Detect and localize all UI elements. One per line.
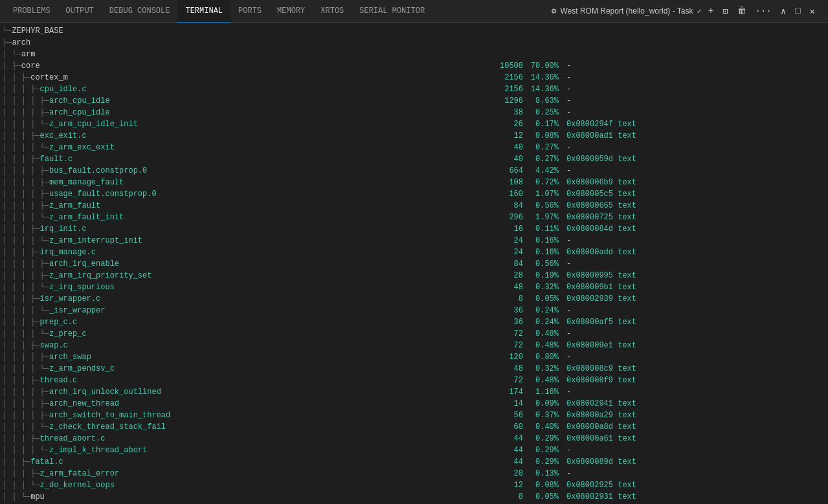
- tab-debug-console[interactable]: DEBUG CONSOLE: [102, 0, 178, 23]
- addr-value: 0x080008c9 text: [563, 363, 640, 375]
- tree-indent: │ │ │ │ ├─: [3, 95, 49, 107]
- dash-value: -: [563, 328, 571, 340]
- tab-memory[interactable]: MEMORY: [269, 0, 313, 23]
- tree-node-label: │ ├─core: [3, 60, 495, 72]
- node-name: z_arm_exc_exit: [49, 143, 115, 152]
- size-value: 10508: [495, 60, 527, 72]
- list-item: │ │ │ │ ├─mem_manage_fault 108 0.72% 0x0…: [0, 177, 828, 188]
- maximize-panel-button[interactable]: □: [792, 5, 803, 17]
- size-value: 40: [495, 142, 527, 153]
- node-name: usage_fault.constprop.0: [49, 190, 157, 199]
- pct-value: 0.13%: [527, 468, 563, 479]
- tree-node-label: │ │ │ ├─z_arm_fatal_error: [3, 468, 495, 479]
- size-value: 44: [495, 456, 527, 468]
- tab-serial-monitor[interactable]: SERIAL MONITOR: [352, 0, 432, 23]
- tree-indent: │ │ │ ├─: [3, 153, 40, 165]
- addr-value: 0x080006b9 text: [563, 177, 640, 188]
- tree-node-label: │ │ │ ├─isr_wrapper.c: [3, 293, 495, 305]
- pct-value: 0.05%: [527, 293, 563, 305]
- node-name: arch_cpu_idle: [49, 108, 110, 117]
- close-panel-button[interactable]: ✕: [807, 5, 818, 18]
- dash-value: -: [563, 165, 571, 177]
- check-icon: ✓: [697, 6, 701, 16]
- list-item: │ │ │ ├─irq_init.c 16 0.11% 0x0800084d t…: [0, 223, 828, 235]
- node-name: arch_cpu_idle: [49, 96, 110, 105]
- tree-indent: │ │ │ │ └─: [3, 328, 49, 340]
- size-value: 2156: [495, 72, 527, 83]
- tree-indent: └─: [3, 25, 12, 37]
- tab-terminal[interactable]: TERMINAL: [177, 0, 230, 23]
- node-name: thread_abort.c: [40, 434, 106, 443]
- tree-indent: │ │ └─: [3, 491, 30, 503]
- tree-node-label: │ │ ├─cortex_m: [3, 72, 495, 83]
- node-name: arch_switch_to_main_thread: [49, 411, 170, 420]
- pct-value: 0.48%: [527, 340, 563, 351]
- node-name: fault.c: [40, 155, 73, 164]
- delete-terminal-button[interactable]: 🗑: [735, 5, 749, 17]
- tree-node-label: │ │ │ │ ├─arch_irq_unlock_outlined: [3, 386, 495, 398]
- node-name: isr_wrapper.c: [40, 294, 101, 303]
- tree-node-label: │ │ │ │ ├─bus_fault.constprop.0: [3, 165, 495, 177]
- tree-node-label: │ │ │ │ └─z_prep_c: [3, 328, 495, 340]
- tree-node-label: │ │ ├─fatal.c: [3, 456, 495, 468]
- list-item: │ │ │ │ └─z_irq_spurious 48 0.32% 0x0800…: [0, 281, 828, 293]
- tree-indent: ├─: [3, 37, 12, 49]
- tree-indent: │ │ │ │ └─: [3, 305, 49, 316]
- addr-value: 0x080009e1 text: [563, 340, 640, 351]
- node-name: z_do_kernel_oops: [40, 481, 115, 490]
- tree-node-label: └─ZEPHYR_BASE: [3, 25, 495, 37]
- tree-indent: │ │ │ ├─: [3, 247, 40, 258]
- pct-value: 14.36%: [527, 72, 563, 83]
- node-name: z_arm_interrupt_init: [49, 236, 142, 245]
- dash-value: -: [563, 258, 571, 270]
- tree-indent: │ │ │ │ └─: [3, 444, 49, 456]
- size-value: 24: [495, 235, 527, 247]
- tree-indent: │ │ │ │ └─: [3, 212, 49, 223]
- tree-indent: │ │ │ │ └─: [3, 142, 49, 153]
- minimize-panel-button[interactable]: ∧: [778, 5, 789, 18]
- size-value: 8: [495, 293, 527, 305]
- tree-indent: │ │ │ ├─: [3, 316, 40, 328]
- tab-ports[interactable]: PORTS: [230, 0, 269, 23]
- size-value: 36: [495, 316, 527, 328]
- addr-value: 0x08000a8d text: [563, 421, 640, 433]
- size-value: 44: [495, 444, 527, 456]
- node-name: irq_manage.c: [40, 248, 96, 257]
- tree-indent: │ │ │ │ ├─: [3, 351, 49, 363]
- pct-value: 0.32%: [527, 363, 563, 375]
- node-name: arch_irq_enable: [49, 259, 119, 268]
- tree-node-label: │ │ │ │ └─z_arm_fault_init: [3, 212, 495, 223]
- more-actions-button[interactable]: ···: [753, 5, 774, 17]
- tree-indent: │ │ │ ├─: [3, 340, 40, 351]
- list-item: │ │ │ │ └─z_arm_fault_init 296 1.97% 0x0…: [0, 212, 828, 223]
- list-item: │ │ │ │ └─z_arm_pendsv_c 48 0.32% 0x0800…: [0, 363, 828, 375]
- tree-node-label: │ │ │ │ ├─usage_fault.constprop.0: [3, 188, 495, 200]
- tab-problems[interactable]: PROBLEMS: [5, 0, 58, 23]
- tab-output[interactable]: OUTPUT: [58, 0, 102, 23]
- pct-value: 1.07%: [527, 188, 563, 200]
- terminal-content[interactable]: └─ZEPHYR_BASE ├─arch │ └─arm │ ├─core 10…: [0, 23, 828, 504]
- list-item: │ │ │ │ ├─bus_fault.constprop.0 664 4.42…: [0, 165, 828, 177]
- tree-indent: │ │ │ ├─: [3, 223, 40, 235]
- list-item: │ │ │ │ ├─arch_cpu_idle 38 0.25% -: [0, 107, 828, 118]
- size-value: 36: [495, 305, 527, 316]
- task-title: West ROM Report (hello_world) - Task: [560, 6, 693, 16]
- list-item: │ │ │ │ └─z_check_thread_stack_fail 60 0…: [0, 421, 828, 433]
- dash-value: -: [563, 72, 571, 83]
- list-item: │ │ │ ├─irq_manage.c 24 0.16% 0x08000add…: [0, 247, 828, 258]
- tree-node-label: │ └─arm: [3, 49, 495, 60]
- add-terminal-button[interactable]: +: [706, 5, 716, 17]
- tree-indent: │ │ │ ├─: [3, 83, 40, 95]
- addr-value: 0x0800294f text: [563, 118, 640, 130]
- tree-node-label: │ │ │ │ └─_isr_wrapper: [3, 305, 495, 316]
- node-name: irq_init.c: [40, 225, 87, 234]
- node-name: z_arm_irq_priority_set: [49, 271, 151, 280]
- pct-value: 0.37%: [527, 410, 563, 421]
- tab-xrtos[interactable]: XRTOS: [313, 0, 352, 23]
- split-editor-button[interactable]: ⊡: [720, 5, 730, 18]
- addr-value: 0x080009b1 text: [563, 281, 640, 293]
- node-name: arch_swap: [49, 353, 91, 362]
- list-item: │ │ │ │ ├─arch_new_thread 14 0.09% 0x080…: [0, 398, 828, 410]
- pct-value: 0.11%: [527, 223, 563, 235]
- dash-value: -: [563, 386, 571, 398]
